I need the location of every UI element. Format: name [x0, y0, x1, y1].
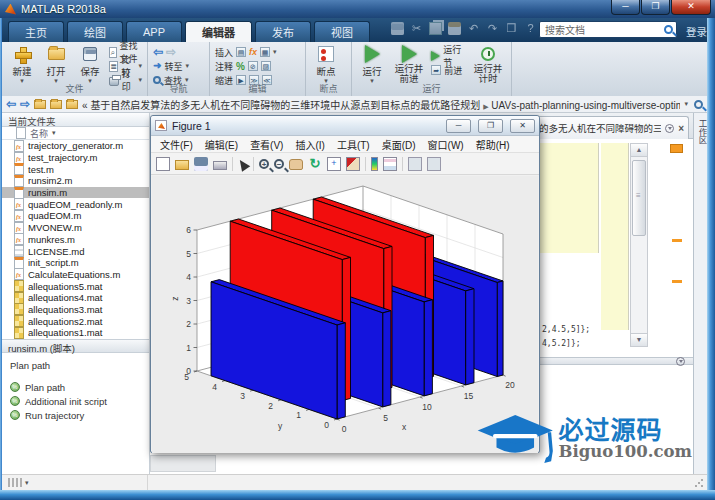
run-button[interactable]: 运行▾	[357, 44, 387, 84]
breadcrumb-folder-1[interactable]: 基于自然启发算法的多无人机在不同障碍物的三维环境中从源点到目标点的最优路径规划	[90, 100, 480, 111]
section-item[interactable]: %Plan path	[10, 380, 141, 394]
insert-section-icon[interactable]: ▤	[236, 47, 246, 57]
warning-marker-icon[interactable]	[672, 239, 682, 242]
ribbon-tab-主页[interactable]: 主页	[8, 21, 64, 42]
warning-marker-icon[interactable]	[670, 144, 683, 153]
figure-menu-编辑(E)[interactable]: 编辑(E)	[200, 137, 243, 152]
file-row[interactable]: allequations4.mat	[2, 292, 149, 304]
close-button[interactable]: ✕	[671, 0, 711, 15]
figure-close-button[interactable]: ✕	[510, 119, 535, 133]
file-row[interactable]: allequations1.mat	[2, 327, 149, 339]
figure-menu-帮助(H)[interactable]: 帮助(H)	[471, 137, 515, 152]
insert-label[interactable]: 插入	[215, 46, 233, 59]
zoom-in-icon[interactable]: +	[259, 159, 269, 169]
signin-link[interactable]: 登录	[686, 24, 707, 39]
figure-window[interactable]: Figure 1 ─ ❐ ✕ 文件(F)编辑(E)查看(V)插入(I)工具(T)…	[150, 115, 540, 453]
forward-icon[interactable]: ⇨	[166, 47, 176, 57]
show-plot-tools-icon[interactable]	[427, 157, 441, 171]
breadcrumb-dropdown-icon[interactable]: ▾	[684, 100, 688, 108]
back-icon[interactable]: ⇦	[6, 99, 16, 109]
layout-icon[interactable]: ❒	[505, 22, 518, 35]
code-line[interactable]: 4,5.2]};	[542, 339, 581, 348]
breadcrumb-collapsed[interactable]: «	[82, 100, 88, 111]
file-row[interactable]: quadEOM.m	[2, 210, 149, 222]
file-row[interactable]: LICENSE.md	[2, 245, 149, 257]
figure-menu-桌面(D)[interactable]: 桌面(D)	[377, 137, 421, 152]
forward-icon[interactable]: ⇨	[20, 99, 30, 109]
resize-grip-icon[interactable]	[694, 478, 704, 488]
figure-maximize-button[interactable]: ❐	[478, 119, 503, 133]
file-row[interactable]: trajectory_generator.m	[2, 140, 149, 152]
details-toggle[interactable]: ▾	[2, 475, 148, 490]
file-row[interactable]: runsim2.m	[2, 175, 149, 187]
file-row[interactable]: MVONEW.m	[2, 222, 149, 234]
figure-menu-插入(I)[interactable]: 插入(I)	[290, 137, 329, 152]
run-section-button[interactable]: 运行节	[431, 50, 466, 62]
code-line[interactable]: 2,4.5,5]};	[542, 325, 590, 334]
comment-label[interactable]: 注释	[215, 60, 233, 73]
maximize-button[interactable]: ❐	[641, 0, 670, 15]
open-button[interactable]: 打开▾	[41, 44, 71, 84]
section-collapse-icon[interactable]	[676, 357, 685, 366]
search-docs-box[interactable]: 搜索文档	[539, 21, 677, 38]
file-row[interactable]: allequations5.mat	[2, 280, 149, 292]
scrollbar-thumb[interactable]	[632, 160, 646, 236]
insert-colorbar-icon[interactable]	[371, 157, 378, 171]
run-time-button[interactable]: 运行并计时	[470, 44, 506, 85]
edit-pointer-icon[interactable]	[236, 157, 251, 172]
file-row[interactable]: CalculateEquations.m	[2, 269, 149, 281]
tab-menu-icon[interactable]	[665, 124, 674, 133]
breadcrumb[interactable]: « 基于自然启发算法的多无人机在不同障碍物的三维环境中从源点到目标点的最优路径规…	[82, 97, 680, 112]
editor-scrollbar[interactable]: ▲ ▼	[630, 143, 648, 347]
open-file-icon[interactable]	[175, 160, 189, 170]
file-row[interactable]: quadEOM_readonly.m	[2, 198, 149, 210]
ribbon-tab-编辑器[interactable]: 编辑器	[185, 21, 252, 42]
hide-plot-tools-icon[interactable]	[408, 157, 422, 171]
file-row[interactable]: init_script.m	[2, 257, 149, 269]
figure-menu-查看(V)[interactable]: 查看(V)	[245, 137, 288, 152]
uncomment-icon[interactable]: ⊘	[248, 61, 258, 71]
undo-icon[interactable]: ↶	[467, 22, 480, 35]
search-icon[interactable]	[664, 25, 673, 34]
data-cursor-icon[interactable]: +	[327, 157, 341, 171]
breadcrumb-folder-2[interactable]: UAVs-path-planning-using-multiverse-opti…	[491, 100, 680, 111]
ribbon-tab-发布[interactable]: 发布	[255, 21, 311, 42]
file-list-header[interactable]: 名称 ▾	[2, 127, 149, 140]
tab-close-icon[interactable]: ×	[678, 123, 684, 134]
save-button[interactable]: 保存▾	[75, 44, 105, 84]
file-row[interactable]: allequations2.mat	[2, 315, 149, 327]
zoom-out-icon[interactable]: −	[274, 159, 284, 169]
ribbon-tab-绘图[interactable]: 绘图	[67, 21, 123, 42]
editor-file-tab[interactable]: 的多无人机在不同障碍物的三... ×	[534, 116, 689, 139]
figure-minimize-button[interactable]: ─	[446, 119, 471, 133]
folder-search-icon[interactable]	[694, 100, 703, 109]
brush-icon[interactable]	[346, 157, 360, 171]
file-row[interactable]: allequations3.mat	[2, 304, 149, 316]
advance-button[interactable]: ➦前进	[431, 64, 466, 76]
insert-legend-icon[interactable]	[383, 157, 397, 171]
name-column-label[interactable]: 名称	[30, 127, 48, 140]
rotate-3d-icon[interactable]: ↻	[308, 157, 322, 171]
new-button[interactable]: 新建▾	[7, 44, 37, 84]
up-level-icon[interactable]	[34, 100, 46, 109]
comment-icon[interactable]: %	[236, 61, 245, 72]
file-row[interactable]: test_trajectory.m	[2, 152, 149, 164]
file-row[interactable]: munkres.m	[2, 234, 149, 246]
goto-button[interactable]: ➜转至▾	[153, 60, 189, 72]
scroll-up-icon[interactable]: ▲	[631, 144, 647, 157]
file-row[interactable]: runsim.m	[2, 187, 149, 199]
print-figure-icon[interactable]	[213, 161, 227, 170]
redo-icon[interactable]: ↷	[486, 22, 499, 35]
figure-menu-文件(F)[interactable]: 文件(F)	[155, 137, 198, 152]
figure-menu-工具(T)[interactable]: 工具(T)	[332, 137, 375, 152]
save-figure-icon[interactable]	[194, 157, 208, 171]
cut-icon[interactable]: ✂	[410, 22, 423, 35]
horizontal-scrollbar[interactable]	[150, 455, 216, 472]
help-icon[interactable]: ?	[524, 22, 537, 35]
section-item[interactable]: %Run trajectory	[10, 408, 141, 422]
warning-marker-icon[interactable]	[672, 280, 682, 283]
insert-fx-icon[interactable]: fx	[249, 47, 257, 57]
paste-icon[interactable]	[448, 22, 461, 35]
figure-menu-窗口(W)[interactable]: 窗口(W)	[423, 137, 469, 152]
copy-icon[interactable]	[429, 22, 442, 35]
